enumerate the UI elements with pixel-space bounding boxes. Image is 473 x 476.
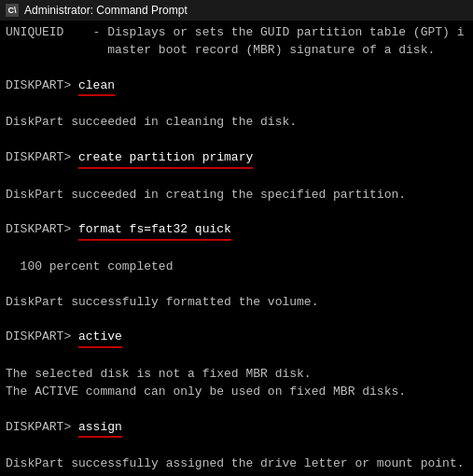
blank-line — [6, 312, 467, 329]
terminal-content: UNIQUEID - Displays or sets the GUID par… — [0, 21, 473, 476]
command-line: DISKPART> active — [6, 329, 467, 348]
command-line: DISKPART> clean — [6, 77, 467, 97]
window-title: Administrator: Command Prompt — [24, 4, 188, 17]
command-text: assign — [78, 419, 122, 439]
blank-line — [6, 401, 467, 419]
blank-line — [6, 132, 467, 149]
prompt-text: DISKPART> — [6, 149, 78, 167]
command-text: create partition primary — [78, 149, 253, 169]
prompt-text: DISKPART> — [6, 419, 78, 437]
output-line: 100 percent completed — [6, 259, 467, 276]
output-line: UNIQUEID - Displays or sets the GUID par… — [6, 24, 467, 42]
blank-line — [6, 60, 467, 77]
blank-line — [6, 438, 467, 455]
output-line: DiskPart successfully formatted the volu… — [6, 294, 467, 312]
prompt-text: DISKPART> — [6, 77, 78, 95]
blank-line — [6, 96, 467, 114]
command-text: clean — [78, 77, 115, 97]
output-line: The selected disk is not a fixed MBR dis… — [6, 366, 467, 384]
output-line: master boot record (MBR) signature of a … — [6, 42, 467, 60]
output-line: DiskPart succeeded in creating the speci… — [6, 187, 467, 204]
output-line: DiskPart successfully assigned the drive… — [6, 455, 467, 473]
blank-line — [6, 348, 467, 366]
output-line: The ACTIVE command can only be used on f… — [6, 384, 467, 401]
prompt-text: DISKPART> — [6, 329, 78, 346]
command-line: DISKPART> assign — [6, 419, 467, 439]
output-line: DiskPart succeeded in cleaning the disk. — [6, 114, 467, 132]
command-text: format fs=fat32 quick — [78, 221, 231, 241]
blank-line — [6, 169, 467, 187]
title-bar: C\ Administrator: Command Prompt — [0, 0, 473, 21]
command-line: DISKPART> format fs=fat32 quick — [6, 221, 467, 241]
blank-line — [6, 276, 467, 294]
command-text: active — [78, 329, 122, 348]
prompt-text: DISKPART> — [6, 221, 78, 239]
blank-line — [6, 241, 467, 259]
window-icon: C\ — [6, 4, 19, 17]
command-line: DISKPART> create partition primary — [6, 149, 467, 169]
blank-line — [6, 203, 467, 221]
